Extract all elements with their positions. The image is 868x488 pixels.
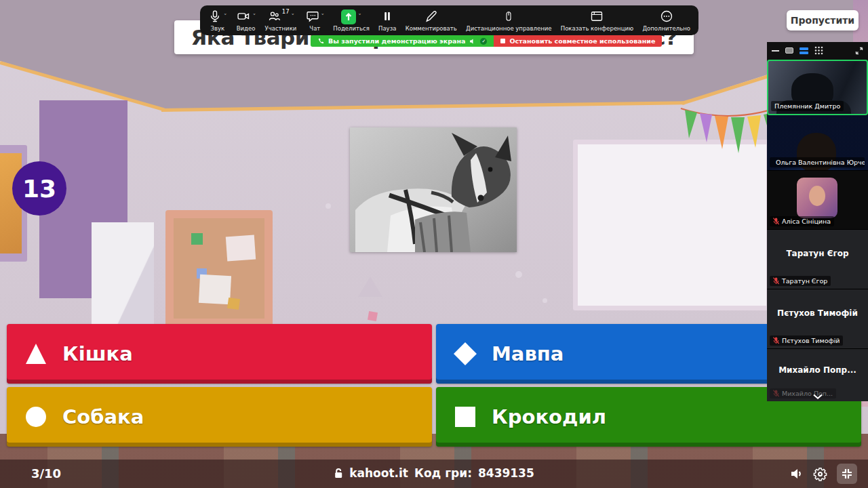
video-icon [236, 9, 251, 23]
participants-panel: Племянник Дмитро Ольга Валентинівна Юрче… [767, 42, 868, 401]
toolbar-remote-control[interactable]: Дистанционное управление [466, 9, 552, 32]
answer-grid: Кішка Мавпа Собака Крокодил [7, 324, 861, 447]
diamond-icon [454, 342, 477, 365]
show-conference-icon [590, 9, 604, 23]
phone-icon [317, 38, 324, 45]
stop-icon [500, 39, 505, 43]
speaker-view-icon[interactable] [785, 47, 793, 54]
zoom-toolbar: ˅ Звук ˅ Видео 17 ˅ [200, 5, 698, 35]
square-icon [455, 407, 475, 427]
toolbar-pause[interactable]: Пауза [378, 9, 396, 32]
lock-icon [334, 468, 343, 479]
participants-count-badge: 17 [282, 8, 290, 15]
sharing-status-banner[interactable]: Вы запустили демонстрацию экрана ✓ [311, 35, 494, 47]
collapse-chevron-icon[interactable] [812, 394, 823, 399]
question-progress: 3/10 [31, 466, 61, 481]
toolbar-video[interactable]: ˅ Видео [236, 9, 256, 32]
answer-yellow-circle[interactable]: Собака [7, 387, 432, 447]
share-banners: Вы запустили демонстрацию экрана ✓ Остан… [311, 35, 662, 47]
kahoot-footer: 3/10 kahoot.it Код гри: 8439135 [0, 460, 868, 488]
question-image-laika-dog [350, 127, 517, 252]
video-tile[interactable]: Аліса Сініцина [767, 171, 868, 230]
chevron-down-icon[interactable]: ˅ [292, 13, 295, 20]
game-code-label: Код гри: [414, 466, 472, 480]
share-screen-icon [341, 9, 356, 24]
speaker-icon[interactable] [790, 468, 804, 480]
toolbar-audio[interactable]: ˅ Звук [208, 9, 227, 32]
triangle-icon [26, 344, 46, 364]
screen: Яка тварина першою полетіла в космос? 13 [0, 0, 868, 488]
participant-name-tag: Аліса Сініцина [770, 216, 834, 226]
pause-icon [381, 9, 393, 23]
participant-name-tag: Михайло Поп... [770, 388, 836, 399]
chevron-down-icon[interactable]: ˅ [253, 13, 256, 20]
gallery-strip-view-icon[interactable] [800, 47, 808, 54]
chevron-down-icon[interactable]: ˅ [224, 13, 227, 20]
minimize-icon[interactable] [772, 50, 779, 52]
muted-mic-icon [773, 337, 779, 344]
muted-mic-icon [773, 218, 779, 225]
panel-header [767, 42, 868, 60]
skip-button[interactable]: Пропустити [787, 10, 859, 30]
timer-value: 13 [22, 175, 56, 203]
answer-red-triangle[interactable]: Кішка [7, 324, 432, 384]
toolbar-show-conference[interactable]: Показать конференцию [561, 9, 633, 32]
toolbar-chat[interactable]: ˅ Чат [306, 9, 325, 32]
more-ellipsis-icon [660, 9, 673, 23]
annotate-pencil-icon [425, 9, 438, 23]
toolbar-annotate[interactable]: Комментировать [406, 9, 457, 32]
video-tile[interactable]: Михайло Попр... Михайло Поп... [767, 349, 868, 401]
participant-name-tag: Пєтухов Тимофій [770, 336, 843, 346]
expand-panel-icon[interactable] [855, 47, 863, 55]
circle-icon [26, 407, 46, 427]
mic-icon [208, 9, 222, 23]
avatar [797, 178, 837, 218]
kahoot-site: kahoot.it [349, 466, 408, 480]
participant-name-tag: Ольга Валентинівна Юрченко [770, 157, 865, 167]
chat-icon [306, 9, 319, 23]
whiteboard [573, 140, 771, 310]
timer-badge: 13 [12, 161, 66, 216]
corkboard [165, 210, 273, 327]
chevron-down-icon[interactable]: ˅ [358, 13, 361, 20]
fullscreen-button[interactable] [837, 464, 857, 484]
video-tile[interactable]: Таратун Єгор Таратун Єгор [767, 230, 868, 289]
game-code: 8439135 [478, 466, 534, 480]
muted-mic-icon [773, 277, 779, 285]
audio-icon [469, 38, 476, 45]
participant-name-tag: Таратун Єгор [770, 276, 831, 286]
grid-view-icon[interactable] [814, 46, 823, 55]
toolbar-share-screen[interactable]: ˅ Поделиться [333, 9, 369, 32]
gear-icon[interactable] [813, 467, 827, 481]
video-tile[interactable]: Ольга Валентинівна Юрченко [767, 115, 868, 171]
video-tile-active-speaker[interactable]: Племянник Дмитро [767, 60, 868, 115]
security-shield-icon: ✓ [480, 38, 487, 45]
chevron-down-icon[interactable]: ˅ [321, 13, 325, 20]
stop-share-button[interactable]: Остановить совместное использование [494, 35, 662, 47]
toolbar-more[interactable]: Дополнительно [642, 9, 690, 32]
toolbar-participants[interactable]: 17 ˅ Участники [265, 9, 297, 32]
remote-control-mouse-icon [503, 9, 514, 23]
video-tile[interactable]: Пєтухов Тимофій Пєтухов Тимофій [767, 289, 868, 349]
participant-name-tag: Племянник Дмитро [771, 101, 844, 111]
participants-icon [267, 9, 281, 23]
muted-mic-icon [773, 390, 779, 397]
